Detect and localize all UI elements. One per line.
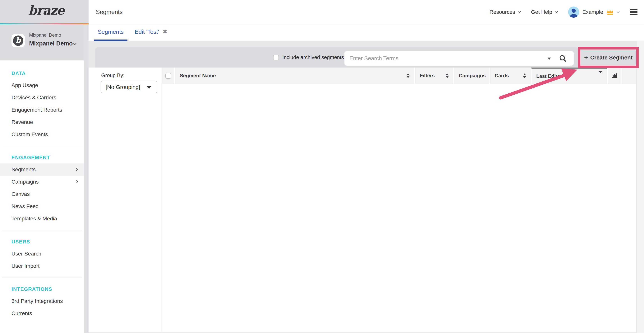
right-scrollbar-gutter[interactable] bbox=[636, 41, 644, 333]
sidebar-item-engagement-reports[interactable]: Engagement Reports bbox=[0, 104, 84, 116]
segment-search bbox=[344, 51, 574, 66]
workspace-avatar-letter: b bbox=[16, 37, 21, 44]
sidebar-item-3rd-party-integrations[interactable]: 3rd Party Integrations bbox=[0, 295, 84, 307]
sort-toggle-icon[interactable] bbox=[406, 74, 410, 78]
group-by-label: Group By: bbox=[101, 73, 124, 79]
braze-logo[interactable]: braze bbox=[0, 0, 88, 23]
column-header-campaigns[interactable]: Campaigns bbox=[453, 68, 489, 84]
column-label: Segment Name bbox=[180, 73, 216, 79]
bar-chart-icon bbox=[611, 72, 618, 80]
resources-label: Resources bbox=[490, 9, 515, 15]
column-header-cards[interactable]: Cards bbox=[489, 68, 531, 84]
search-input[interactable] bbox=[350, 51, 539, 66]
group-by-value: [No Grouping] bbox=[106, 84, 140, 90]
spacer-column-header bbox=[620, 68, 636, 84]
resources-menu[interactable]: Resources bbox=[490, 9, 520, 15]
content: Include archived segments + Create Segme… bbox=[88, 41, 644, 333]
workspace-avatar-circle: b bbox=[13, 36, 24, 46]
page-title: Segments bbox=[96, 0, 123, 24]
search-dropdown-caret-icon[interactable] bbox=[548, 58, 551, 60]
annotation-highlight-box bbox=[578, 47, 639, 68]
search-icon[interactable] bbox=[559, 54, 567, 63]
segments-table: Segment NameFiltersCampaignsCardsLast Ed… bbox=[162, 68, 636, 332]
sidebar-nav: DATAApp UsageDevices & CarriersEngagemen… bbox=[0, 61, 84, 333]
tab-edit-test[interactable]: Edit 'Test'✖ bbox=[131, 24, 171, 41]
column-label: Last Edited bbox=[536, 73, 563, 79]
sidebar-section-integrations: INTEGRATIONS bbox=[0, 283, 84, 295]
column-label: Cards bbox=[495, 73, 509, 79]
sort-toggle-icon[interactable] bbox=[446, 74, 449, 78]
sidebar-item-revenue[interactable]: Revenue bbox=[0, 116, 84, 128]
chevron-right-icon bbox=[75, 168, 78, 171]
sidebar-item-news-feed[interactable]: News Feed bbox=[0, 200, 84, 213]
sidebar-item-campaigns[interactable]: Campaigns bbox=[0, 176, 84, 188]
user-avatar-icon bbox=[568, 7, 579, 18]
top-header: Segments Resources Get Help bbox=[88, 0, 644, 24]
sort-toggle-icon[interactable] bbox=[523, 74, 526, 78]
column-label: Campaigns bbox=[459, 73, 486, 79]
column-header-segment-name[interactable]: Segment Name bbox=[174, 68, 414, 84]
chevron-right-icon bbox=[75, 180, 78, 183]
workspace-name: Mixpanel Demo bbox=[29, 40, 73, 47]
sidebar-section-users: USERS bbox=[0, 236, 84, 248]
select-all-checkbox[interactable] bbox=[166, 73, 171, 79]
sidebar-section-engagement: ENGAGEMENT bbox=[0, 152, 84, 163]
include-archived-toggle[interactable]: Include archived segments bbox=[273, 47, 344, 68]
select-all-column-header[interactable] bbox=[162, 68, 174, 84]
tab-bar: SegmentsEdit 'Test'✖ bbox=[88, 24, 644, 41]
sidebar-item-custom-events[interactable]: Custom Events bbox=[0, 128, 84, 141]
sidebar-item-segments[interactable]: Segments bbox=[0, 163, 84, 176]
chevron-down-icon bbox=[518, 10, 521, 13]
workspace-eyebrow: Mixpanel Demo bbox=[29, 33, 61, 38]
segments-panel: Group By: [No Grouping] Segment NameFilt… bbox=[88, 68, 636, 332]
column-header-last-edited[interactable]: Last Edited bbox=[531, 68, 607, 84]
table-header-row: Segment NameFiltersCampaignsCardsLast Ed… bbox=[162, 68, 636, 84]
tab-segments[interactable]: Segments bbox=[94, 24, 128, 41]
sidebar-section-data: DATA bbox=[0, 67, 84, 79]
select-caret-icon bbox=[147, 86, 152, 89]
sidebar-item-templates-media[interactable]: Templates & Media bbox=[0, 213, 84, 225]
sidebar-scrollbar-gutter[interactable] bbox=[84, 24, 88, 333]
braze-logo-text: braze bbox=[28, 3, 64, 18]
column-header-filters[interactable]: Filters bbox=[414, 68, 453, 84]
close-tab-icon[interactable]: ✖ bbox=[163, 29, 167, 34]
get-help-label: Get Help bbox=[531, 9, 552, 15]
sort-desc-icon[interactable] bbox=[599, 73, 602, 79]
crown-icon bbox=[606, 9, 614, 15]
chevron-down-icon bbox=[73, 42, 76, 45]
column-label: Filters bbox=[420, 73, 435, 79]
sidebar-item-devices-carriers[interactable]: Devices & Carriers bbox=[0, 92, 84, 104]
get-help-menu[interactable]: Get Help bbox=[531, 9, 558, 15]
include-archived-label: Include archived segments bbox=[282, 55, 344, 61]
app-root: braze b Mixpanel Demo Mixpanel Demo DATA… bbox=[0, 0, 644, 333]
tab-label: Segments bbox=[98, 29, 124, 35]
sidebar-divider bbox=[2, 230, 82, 230]
include-archived-checkbox[interactable] bbox=[273, 55, 279, 61]
group-by-select[interactable]: [No Grouping] bbox=[100, 81, 157, 93]
sidebar-item-user-search[interactable]: User Search bbox=[0, 248, 84, 260]
chevron-down-icon bbox=[616, 10, 620, 13]
sidebar-item-user-import[interactable]: User Import bbox=[0, 260, 84, 272]
header-right: Resources Get Help bbox=[490, 0, 638, 24]
segments-toolbar: Include archived segments + Create Segme… bbox=[95, 47, 636, 68]
user-name: Example bbox=[582, 9, 603, 15]
workspace-avatar: b bbox=[12, 34, 25, 47]
sidebar-item-canvas[interactable]: Canvas bbox=[0, 188, 84, 200]
hamburger-menu-icon[interactable] bbox=[630, 9, 638, 15]
sidebar: braze b Mixpanel Demo Mixpanel Demo DATA… bbox=[0, 0, 88, 333]
tab-label: Edit 'Test' bbox=[135, 29, 159, 35]
user-menu[interactable]: Example bbox=[568, 7, 619, 18]
workspace-switcher[interactable]: b Mixpanel Demo Mixpanel Demo bbox=[0, 24, 88, 61]
main-area: Segments Resources Get Help bbox=[88, 0, 644, 333]
sidebar-item-currents[interactable]: Currents bbox=[0, 307, 84, 319]
table-body bbox=[162, 84, 636, 332]
analytics-column-header[interactable] bbox=[607, 68, 620, 84]
group-by-panel: Group By: [No Grouping] bbox=[88, 68, 162, 332]
chevron-down-icon bbox=[555, 10, 558, 13]
sidebar-item-app-usage[interactable]: App Usage bbox=[0, 79, 84, 92]
sidebar-divider bbox=[2, 277, 82, 278]
sidebar-divider bbox=[2, 146, 82, 146]
